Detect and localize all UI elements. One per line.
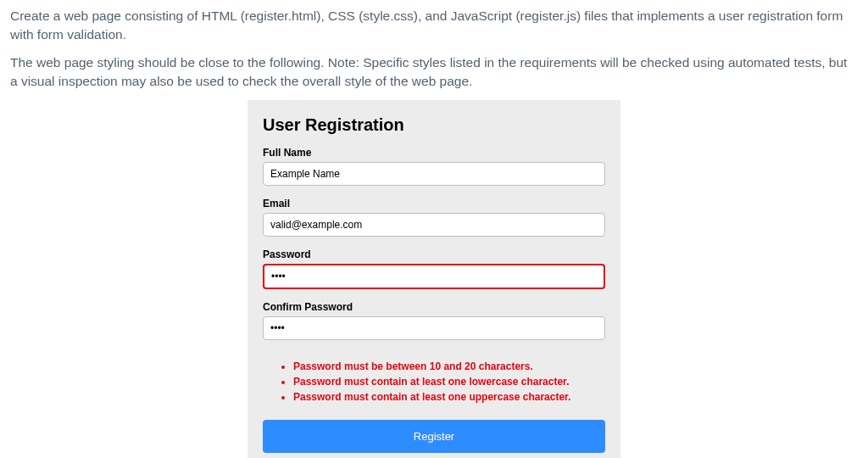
password-input[interactable] [263,264,605,289]
registration-form-card: User Registration Full Name Email Passwo… [248,100,620,458]
error-item: Password must contain at least one lower… [293,374,605,389]
error-item: Password must contain at least one upper… [293,389,605,405]
email-input[interactable] [263,213,605,237]
full-name-input[interactable] [263,162,605,186]
email-label: Email [263,198,605,209]
error-list: Password must be between 10 and 20 chara… [271,359,605,405]
form-title: User Registration [263,115,605,135]
instructions-paragraph-2: The web page styling should be close to … [10,53,858,92]
confirm-password-label: Confirm Password [263,301,605,313]
error-item: Password must be between 10 and 20 chara… [293,359,605,374]
full-name-label: Full Name [263,147,605,159]
instructions-paragraph-1: Create a web page consisting of HTML (re… [10,7,858,45]
document-page: Create a web page consisting of HTML (re… [0,0,868,458]
form-wrapper: User Registration Full Name Email Passwo… [10,100,858,458]
password-label: Password [263,249,605,260]
confirm-password-input[interactable] [263,316,605,340]
register-button[interactable]: Register [263,420,605,453]
instructions-block: Create a web page consisting of HTML (re… [10,7,858,92]
